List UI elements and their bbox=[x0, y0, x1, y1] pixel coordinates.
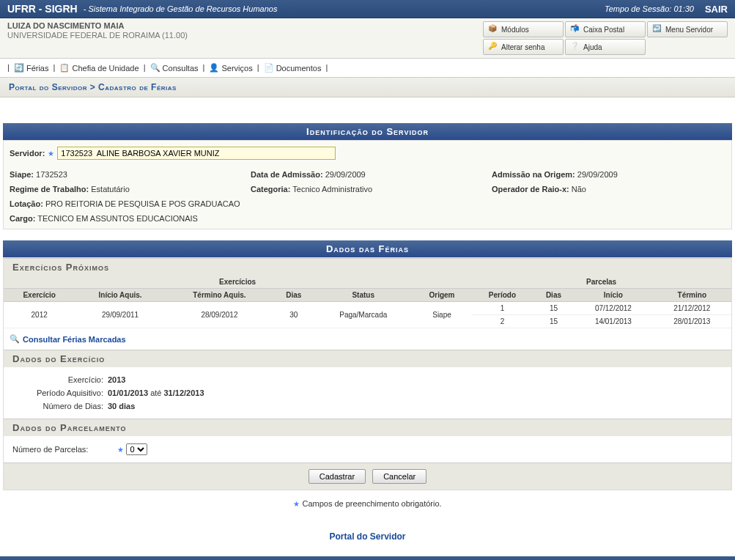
siape-label: Siape: bbox=[10, 170, 34, 179]
exercicios-table: Exercícios Parcelas Exercício Início Aqu… bbox=[4, 276, 731, 328]
footer: SIGRH | DTI - Diretoria da Tecnologia de… bbox=[0, 556, 735, 560]
servidor-input[interactable] bbox=[57, 147, 336, 160]
categoria-label: Categoria: bbox=[251, 185, 290, 194]
logout-link[interactable]: SAIR bbox=[705, 4, 728, 15]
th-parcelas-group: Parcelas bbox=[471, 276, 731, 289]
categoria-value: Tecnico Administrativo bbox=[292, 185, 372, 194]
siape-value: 1732523 bbox=[36, 170, 67, 179]
lotacao-label: Lotação: bbox=[10, 199, 43, 208]
numdias-label: Número de Dias: bbox=[12, 402, 108, 410]
section-ferias-header: Dados das Férias bbox=[3, 240, 732, 257]
help-icon: ❔ bbox=[570, 42, 580, 52]
admissao-label: Data de Admissão: bbox=[251, 170, 323, 179]
search-icon: 🔍 bbox=[150, 63, 160, 73]
periodo-aquis-label: Período Aquisitivo: bbox=[12, 388, 108, 397]
th-exercicio: Exercício bbox=[4, 289, 75, 302]
th-dias: Dias bbox=[273, 289, 314, 302]
servidor-label: Servidor: bbox=[10, 149, 45, 158]
sub-exercicios-proximos: Exercícios Próximos bbox=[4, 258, 731, 276]
person-icon: 👤 bbox=[209, 63, 219, 73]
caixa-postal-button[interactable]: 📬Caixa Postal bbox=[565, 21, 646, 37]
table-row: 2012 29/09/2011 28/09/2012 30 Paga/Marca… bbox=[4, 302, 731, 315]
th-termino-aquis: Término Aquis. bbox=[166, 289, 273, 302]
th-status: Status bbox=[314, 289, 413, 302]
periodo-start: 01/01/2013 bbox=[108, 388, 148, 397]
exercicio-value: 2013 bbox=[108, 375, 125, 384]
raiox-label: Operador de Raio-x: bbox=[492, 185, 569, 194]
th-inicio: Início bbox=[574, 289, 652, 302]
cargo-label: Cargo: bbox=[10, 214, 35, 223]
origem-label: Admissão na Origem: bbox=[492, 170, 575, 179]
periodo-end: 31/12/2013 bbox=[163, 388, 204, 397]
menu-chefia[interactable]: 📋Chefia de Unidade bbox=[59, 63, 138, 73]
header-bar: UFRR - SIGRH - Sistema Integrado de Gest… bbox=[0, 0, 735, 18]
portal-servidor-link[interactable]: Portal do Servidor bbox=[329, 531, 405, 542]
admissao-value: 29/09/2009 bbox=[325, 170, 366, 179]
regime-value: Estatutário bbox=[91, 185, 130, 194]
key-icon: 🔑 bbox=[488, 42, 498, 52]
th-pdias: Dias bbox=[533, 289, 575, 302]
menu-bar: | 🔄Férias | 📋Chefia de Unidade | 🔍Consul… bbox=[0, 59, 735, 77]
magnifier-icon: 🔍 bbox=[10, 334, 20, 344]
exercicio-label: Exercício: bbox=[12, 375, 108, 384]
menu-servicos[interactable]: 👤Serviços bbox=[209, 63, 252, 73]
regime-label: Regime de Trabalho: bbox=[10, 185, 89, 194]
app-subtitle: - Sistema Integrado de Gestão de Recurso… bbox=[84, 4, 278, 13]
sub-dados-parcelamento: Dados do Parcelamento bbox=[4, 419, 731, 436]
ajuda-button[interactable]: ❔Ajuda bbox=[565, 39, 646, 55]
alterar-senha-button[interactable]: 🔑Alterar senha bbox=[483, 39, 564, 55]
origem-value: 29/09/2009 bbox=[577, 170, 618, 179]
mail-icon: 📬 bbox=[570, 24, 580, 34]
cancelar-button[interactable]: Cancelar bbox=[372, 469, 426, 484]
session-time: Tempo de Sessão: 01:30 bbox=[605, 4, 694, 13]
breadcrumb: Portal do Servidor > Cadastro de Férias bbox=[0, 77, 735, 97]
back-icon: ↩️ bbox=[652, 24, 662, 34]
app-title: UFRR - SIGRH bbox=[7, 3, 78, 15]
menu-documentos[interactable]: 📄Documentos bbox=[264, 63, 322, 73]
required-star-icon: ★ bbox=[48, 150, 54, 158]
grid-icon: 📦 bbox=[488, 24, 498, 34]
numparcelas-select[interactable]: 0 bbox=[126, 443, 147, 455]
user-institution: UNIVERSIDADE FEDERAL DE RORAIMA (11.00) bbox=[7, 31, 483, 40]
th-inicio-aquis: Início Aquis. bbox=[75, 289, 165, 302]
numparcelas-label: Número de Parcelas: bbox=[12, 445, 88, 454]
numdias-value: 30 dias bbox=[108, 402, 135, 410]
th-periodo: Período bbox=[471, 289, 533, 302]
cargo-value: TECNICO EM ASSUNTOS EDUCACIONAIS bbox=[37, 214, 198, 223]
cadastrar-button[interactable]: Cadastrar bbox=[309, 469, 366, 484]
refresh-icon: 🔄 bbox=[14, 63, 24, 73]
th-termino: Término bbox=[653, 289, 731, 302]
user-row: LUIZA DO NASCIMENTO MAIA UNIVERSIDADE FE… bbox=[0, 18, 735, 59]
lotacao-value: PRO REITORIA DE PESQUISA E POS GRADUACAO bbox=[45, 199, 240, 208]
required-note: ★ Campos de preenchimento obrigatório. bbox=[3, 490, 732, 517]
menu-consultas[interactable]: 🔍Consultas bbox=[150, 63, 199, 73]
modulos-button[interactable]: 📦Módulos bbox=[483, 21, 564, 37]
required-star-icon: ★ bbox=[117, 446, 124, 454]
document-icon: 📄 bbox=[264, 63, 274, 73]
menu-ferias[interactable]: 🔄Férias bbox=[14, 63, 49, 73]
menu-servidor-button[interactable]: ↩️Menu Servidor bbox=[647, 21, 728, 37]
th-exercicios-group: Exercícios bbox=[4, 276, 471, 289]
consultar-ferias-link[interactable]: Consultar Férias Marcadas bbox=[23, 335, 126, 344]
calendar-icon: 📋 bbox=[59, 63, 70, 73]
th-origem: Origem bbox=[413, 289, 471, 302]
section-identificacao-header: Identificação do Servidor bbox=[3, 123, 732, 140]
sub-dados-exercicio: Dados do Exercício bbox=[4, 350, 731, 367]
user-name: LUIZA DO NASCIMENTO MAIA bbox=[7, 21, 483, 30]
raiox-value: Não bbox=[572, 185, 586, 194]
